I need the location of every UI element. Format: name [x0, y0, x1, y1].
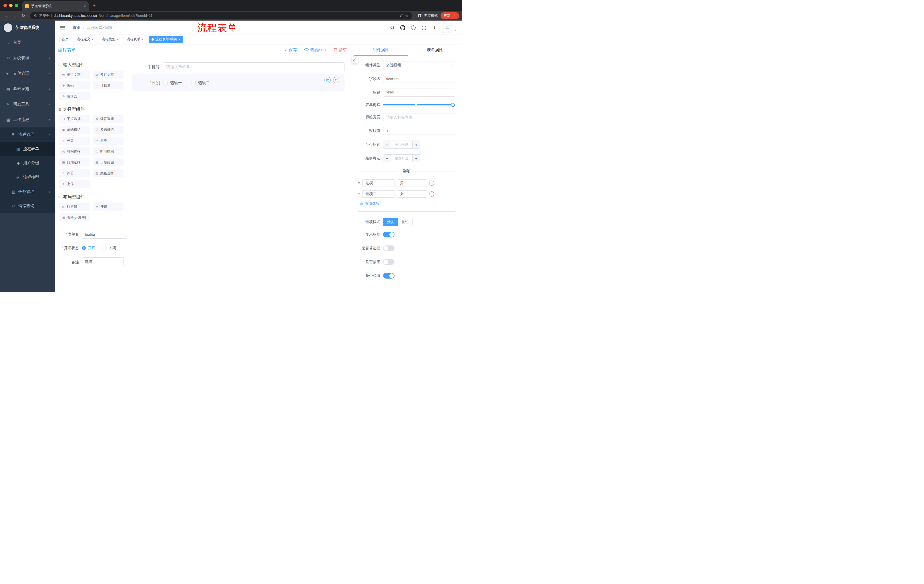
sidebar-item-leave-query[interactable]: ☺ 请假查询 — [0, 199, 55, 213]
font-size-icon[interactable]: T — [431, 25, 438, 31]
phone-input[interactable] — [163, 62, 345, 72]
new-tab-button[interactable]: + — [89, 3, 100, 11]
palette-item-rate[interactable]: ☆评分 — [59, 169, 90, 177]
sidebar-item-process-model[interactable]: ✈ 流程模型 — [0, 170, 55, 184]
sidebar-item-workflow[interactable]: ▦ 工作流程 ∧ — [0, 112, 55, 127]
border-switch[interactable] — [383, 245, 394, 251]
delete-field-button[interactable] — [333, 77, 339, 83]
min-select-value[interactable]: 至少应选 — [391, 141, 412, 148]
palette-item-single-line-text[interactable]: ▭单行文本 — [59, 71, 90, 79]
form-remark-textarea[interactable]: 嘿嘿 — [82, 257, 124, 266]
sidebar-logo[interactable]: 芋道管理系统 — [0, 21, 55, 35]
sidebar-item-user-groups[interactable]: ☻ 用户分组 — [0, 156, 55, 170]
palette-item-table[interactable]: ⊞表格[开发中] — [59, 214, 90, 221]
remove-option-button[interactable]: − — [429, 181, 434, 186]
option-name-input[interactable] — [362, 190, 395, 198]
close-icon[interactable]: × — [178, 38, 180, 41]
field-name-input[interactable] — [383, 75, 455, 83]
style-default-button[interactable]: 默认 — [383, 218, 398, 226]
title-input[interactable] — [383, 89, 455, 97]
sidebar-toggle-button[interactable] — [59, 25, 66, 31]
max-select-value[interactable]: 最多可选 — [391, 155, 412, 162]
palette-item-checkbox-group[interactable]: ☑多选框组 — [92, 126, 124, 134]
palette-item-radio-group[interactable]: ◉单选框组 — [59, 126, 90, 134]
avatar-caret-icon[interactable]: ∨ — [454, 29, 456, 32]
breadcrumb-home[interactable]: 首页 — [73, 25, 81, 30]
field-phone[interactable]: *手机号 — [132, 62, 345, 72]
form-canvas[interactable]: *手机号 *性别 选项一 选项二 — [127, 56, 354, 292]
palette-item-time-picker[interactable]: ◷时间选择 — [59, 147, 90, 155]
drag-handle-icon[interactable]: ≡ — [358, 181, 360, 186]
tag-process-model[interactable]: 流程模型 × — [99, 36, 121, 43]
window-zoom-button[interactable] — [15, 4, 18, 7]
disabled-switch[interactable] — [383, 259, 394, 265]
style-button-button[interactable]: 按钮 — [398, 218, 412, 226]
toolbar-caret-icon[interactable]: ∨ — [445, 17, 447, 20]
tab-close-icon[interactable]: × — [84, 4, 86, 8]
sidebar-item-dev-tools[interactable]: ✎ 研发工具 ∨ — [0, 97, 55, 112]
fullscreen-icon[interactable] — [421, 25, 427, 31]
browser-tab[interactable]: 芋道管理系统 × — [22, 1, 89, 11]
sidebar-item-payment-management[interactable]: ¥ 支付管理 ∨ — [0, 66, 55, 81]
gender-option-1[interactable]: 选项一 — [163, 80, 182, 86]
search-icon[interactable] — [389, 25, 395, 31]
palette-item-select[interactable]: ⊙下拉选择 — [59, 115, 90, 123]
option-value-input[interactable] — [397, 190, 427, 198]
close-icon[interactable]: × — [92, 38, 94, 41]
tab-component-props[interactable]: 组件属性 — [354, 44, 408, 56]
user-avatar[interactable] — [442, 23, 452, 33]
tab-form-props[interactable]: 表单属性 — [408, 44, 462, 56]
palette-item-time-range[interactable]: ◶时间范围 — [92, 147, 124, 155]
required-switch[interactable] — [383, 273, 394, 278]
palette-item-date-picker[interactable]: ▦日期选择 — [59, 158, 90, 166]
show-label-switch[interactable] — [383, 232, 394, 237]
increase-button[interactable]: + — [412, 155, 420, 162]
field-gender-selected[interactable]: *性别 选项一 选项二 — [132, 74, 345, 91]
sidebar-item-task-management[interactable]: ▧ 任务管理 ∨ — [0, 184, 55, 199]
copy-field-button[interactable] — [325, 77, 331, 83]
tag-home[interactable]: 首页 — [59, 36, 71, 43]
sidebar-item-infrastructure[interactable]: ▤ 基础设施 ∨ — [0, 81, 55, 97]
help-icon[interactable]: ? — [410, 25, 417, 31]
status-closed-radio[interactable]: 关闭 — [102, 245, 116, 250]
forward-icon[interactable]: → — [11, 13, 19, 18]
palette-item-counter[interactable]: 123计数器 — [92, 81, 124, 89]
option-value-input[interactable] — [397, 179, 427, 187]
increase-button[interactable]: + — [412, 141, 420, 148]
drag-handle-icon[interactable]: ≡ — [358, 192, 360, 196]
save-button[interactable]: ✓ 保存 — [284, 48, 297, 53]
address-bar[interactable]: 不安全 dashboard.yudao.iocoder.cn /bpm/mana… — [30, 12, 412, 20]
palette-item-cascader[interactable]: ⋔级联选择 — [92, 115, 124, 123]
palette-item-password[interactable]: ◈密码 — [59, 81, 90, 89]
component-type-select[interactable]: 多选框组 ∨ — [383, 61, 455, 69]
status-open-radio[interactable]: 开启 — [82, 245, 95, 250]
palette-item-multi-line-text[interactable]: ▤多行文本 — [92, 71, 124, 79]
browser-update-button[interactable]: 更新 ⋮ — [441, 12, 459, 19]
palette-item-editor[interactable]: ✎编辑器 — [59, 92, 90, 100]
decrease-button[interactable]: − — [383, 141, 391, 148]
window-minimize-button[interactable] — [9, 4, 13, 7]
sidebar-item-home[interactable]: ⌂ 首页 — [0, 35, 55, 50]
tag-process-form-edit[interactable]: 流程表单-编辑 × — [149, 36, 183, 43]
remove-option-button[interactable]: − — [429, 191, 434, 197]
slider-handle[interactable] — [451, 103, 455, 107]
option-name-input[interactable] — [362, 179, 395, 187]
checkbox-icon[interactable] — [163, 81, 168, 85]
palette-item-row-container[interactable]: ◫行容器 — [59, 202, 90, 211]
form-name-input[interactable] — [82, 230, 127, 239]
sidebar-item-process-management[interactable]: ≣ 流程管理 ∧ — [0, 127, 55, 142]
reload-icon[interactable]: ↻ — [20, 13, 27, 18]
add-option-button[interactable]: ⊕ 添加选项 — [360, 201, 455, 206]
form-grid-slider[interactable] — [383, 104, 453, 105]
palette-item-button[interactable]: ▱按钮 — [92, 202, 124, 211]
palette-item-color-picker[interactable]: ◍颜色选择 — [92, 169, 124, 177]
window-close-button[interactable] — [3, 4, 7, 7]
back-icon[interactable]: ← — [3, 13, 11, 18]
tag-process-form[interactable]: 流程表单 × — [124, 36, 146, 43]
default-value-input[interactable] — [383, 127, 455, 135]
palette-item-date-range[interactable]: ▩日期范围 — [92, 158, 124, 166]
palette-item-slider[interactable]: ⊶滑块 — [92, 137, 124, 145]
checkbox-icon[interactable] — [191, 81, 196, 85]
close-icon[interactable]: × — [117, 38, 118, 41]
gender-option-2[interactable]: 选项二 — [191, 80, 210, 86]
